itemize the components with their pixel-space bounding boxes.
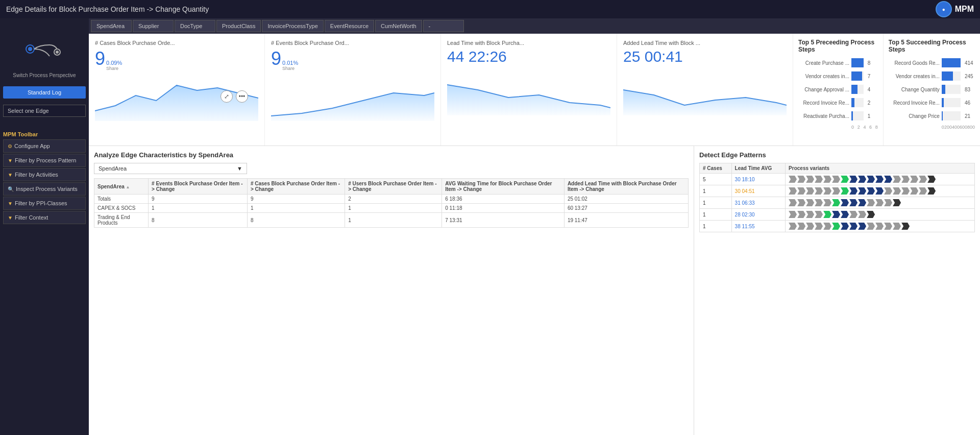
spend-area-cell[interactable]: CAPEX & SOCS	[94, 204, 149, 213]
page-title: Edge Details for Block Purchase Order It…	[6, 5, 209, 13]
events-metric-card: # Events Block Purchase Ord... 9 0.01% S…	[265, 34, 441, 146]
bar-value: 414	[965, 60, 975, 66]
users-cell: 1	[345, 204, 442, 213]
arrow-blue-arrow	[884, 176, 892, 183]
filter-item-cumnetworth[interactable]: CumNetWorth	[375, 20, 422, 32]
arrow-gray-arrow	[893, 223, 901, 230]
preceding-steps-panel: Top 5 Preceeding Process Steps Create Pu…	[793, 34, 884, 146]
arrow-gray-arrow	[901, 176, 910, 183]
more-chart-btn[interactable]: •••	[236, 90, 248, 103]
sidebar-btn-filter-by-activities[interactable]: ▼Filter by Activities	[3, 168, 86, 181]
sidebar: Switch Process Perspective Standard Log …	[0, 34, 89, 435]
logo: ● MPM	[936, 1, 974, 17]
lead-cell: 60 13:27	[564, 204, 688, 213]
arrow-gray-arrow	[884, 187, 892, 195]
header: Edge Details for Block Purchase Order It…	[0, 0, 980, 18]
preceding-title: Top 5 Preceeding Process Steps	[798, 39, 878, 53]
arrow-green-arrow	[832, 199, 840, 206]
col-lead-avg: Lead Time AVG	[731, 163, 786, 174]
pattern-cases: 1	[700, 209, 732, 221]
bar-value: 4	[868, 87, 878, 92]
cases-cell: 9	[247, 195, 345, 204]
filter-item-eventresource[interactable]: EventResource	[325, 20, 374, 32]
sidebar-btn-filter-by-ppi-classes[interactable]: ▼Filter by PPI-Classes	[3, 197, 86, 210]
filter-item-productclass[interactable]: ProductClass	[216, 20, 261, 32]
bar-item: Change Approval ... 4	[798, 85, 878, 94]
switch-perspective-btn[interactable]: Switch Process Perspective	[2, 72, 87, 78]
content-area: # Cases Block Purchase Orde... 9 0.09% S…	[89, 34, 980, 435]
arrow-gray-arrow	[789, 187, 797, 195]
bar-item: Vendor creates in... 245	[889, 71, 975, 81]
arrow-gray-arrow	[806, 176, 814, 183]
arrow-gray-arrow	[815, 211, 823, 218]
arrow-group	[789, 176, 971, 183]
arrow-gray-arrow	[789, 199, 797, 206]
arrow-blue-arrow	[858, 199, 866, 206]
bar-label: Record Invoice Re...	[889, 100, 940, 106]
sidebar-btn-configure-app[interactable]: ⚙Configure App	[3, 139, 86, 153]
bar-track	[942, 98, 961, 107]
arrow-blue-arrow	[858, 187, 866, 195]
select-edge-dropdown[interactable]: Select one Edge	[3, 105, 86, 117]
arrow-gray-arrow	[858, 211, 866, 218]
arrow-gray-arrow	[910, 187, 918, 195]
metrics-row: # Cases Block Purchase Orde... 9 0.09% S…	[89, 34, 980, 146]
bottom-section: Analyze Edge Characteristics by SpendAre…	[89, 146, 980, 435]
filter-item-spendarea[interactable]: SpendArea	[91, 20, 132, 32]
sidebar-btn-filter-context[interactable]: ▼Filter Context	[3, 211, 86, 224]
arrow-gray-arrow	[910, 176, 918, 183]
arrow-gray-arrow	[867, 199, 875, 206]
filter-item--[interactable]: -	[423, 20, 464, 32]
bar-fill	[851, 58, 864, 67]
pattern-row: 5 30 18:10	[700, 174, 975, 185]
bar-track	[851, 58, 864, 67]
arrow-gray-arrow	[919, 176, 927, 183]
wait-cell: 7 13:31	[442, 213, 565, 228]
bar-track	[942, 58, 961, 67]
pattern-row: 1 38 11:55	[700, 221, 975, 232]
bar-fill	[851, 85, 857, 94]
arrow-gray-arrow	[884, 199, 892, 206]
pattern-cases: 1	[700, 221, 732, 232]
arrow-green-arrow	[832, 223, 840, 230]
expand-chart-btn[interactable]: ⤢	[220, 90, 233, 103]
pattern-lead-time: 31 06:33	[731, 197, 786, 209]
sidebar-btn-icon: ▼	[8, 215, 13, 221]
analyze-dropdown[interactable]: SpendArea ▼	[94, 163, 247, 174]
bar-label: Reactivate Purcha...	[798, 113, 849, 119]
filter-item-invoiceprocesstype[interactable]: InvoiceProcessType	[262, 20, 323, 32]
process-flow-icon	[2, 42, 87, 66]
pattern-cases: 5	[700, 174, 732, 185]
events-cell: 9	[149, 195, 248, 204]
events-metric-title: # Events Block Purchase Ord...	[271, 40, 434, 46]
lead-time-title: Lead Time with Block Purcha...	[447, 40, 610, 46]
arrow-blue-arrow	[849, 176, 857, 183]
lead-cell: 25 01:02	[564, 195, 688, 204]
filter-bar: SpendAreaSupplierDocTypeProductClassInvo…	[89, 18, 980, 34]
table-row: CAPEX & SOCS 1 1 1 0 11:18 60 13:27	[94, 204, 689, 213]
bar-item: Change Price 21	[889, 111, 975, 120]
filter-item-supplier[interactable]: Supplier	[133, 20, 174, 32]
main-layout: Switch Process Perspective Standard Log …	[0, 34, 980, 435]
arrow-blue-arrow	[867, 176, 875, 183]
bar-track	[942, 71, 961, 81]
logo-text: MPM	[955, 5, 974, 14]
arrow-group	[789, 223, 971, 230]
arrow-gray-arrow	[875, 199, 884, 206]
pattern-lead-time: 30 04:51	[731, 185, 786, 197]
arrow-blue-arrow	[849, 223, 857, 230]
col-wait: AVG Waiting Time for Block Purchase Orde…	[442, 179, 565, 195]
cases-share-pct: 0.09%	[106, 60, 122, 66]
cases-share-label: Share	[106, 66, 122, 71]
events-share-label: Share	[282, 66, 298, 71]
col-spendarea: SpendArea ▲	[94, 179, 149, 195]
arrow-dark-arrow	[901, 223, 910, 230]
filter-item-doctype[interactable]: DocType	[175, 20, 215, 32]
standard-log-button[interactable]: Standard Log	[3, 86, 86, 99]
spend-area-cell: Trading & End Products	[94, 213, 149, 228]
col-process-variants: Process variants	[786, 163, 975, 174]
arrow-gray-arrow	[806, 199, 814, 206]
sidebar-btn-filter-by-process-pattern[interactable]: ▼Filter by Process Pattern	[3, 154, 86, 167]
sidebar-btn-inspect-process-variants[interactable]: 🔍Inspect Process Variants	[3, 182, 86, 196]
arrow-group	[789, 187, 971, 195]
